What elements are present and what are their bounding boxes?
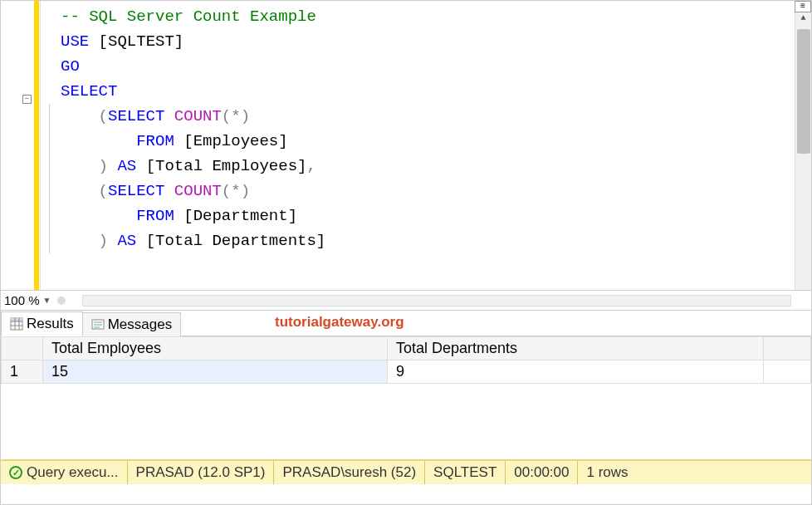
fold-toggle-icon[interactable]: − <box>22 95 32 104</box>
code-comment: -- SQL Server Count Example <box>61 7 316 26</box>
horizontal-scrollbar[interactable] <box>82 295 791 306</box>
corner-cell[interactable] <box>2 337 43 360</box>
zoom-dropdown[interactable]: 100 % ▼ <box>4 293 51 307</box>
split-handle-icon[interactable]: ≡ <box>795 1 811 12</box>
cell-value[interactable]: 15 <box>43 360 388 384</box>
column-header-empty <box>764 337 811 360</box>
zoom-bar: 100 % ▼ <box>1 290 811 310</box>
status-server: PRASAD (12.0 SP1) <box>128 461 275 484</box>
status-bar: ✓ Query execu... PRASAD (12.0 SP1) PRASA… <box>1 459 811 484</box>
tab-results[interactable]: Results <box>1 311 83 336</box>
results-table: Total Employees Total Departments 1 15 9 <box>1 336 811 384</box>
messages-icon <box>91 318 105 331</box>
scroll-thumb[interactable] <box>797 29 810 154</box>
results-grid-icon <box>10 317 23 331</box>
change-marker <box>34 1 39 290</box>
row-number[interactable]: 1 <box>2 360 43 384</box>
chevron-down-icon: ▼ <box>43 296 51 305</box>
table-row[interactable]: 1 15 9 <box>2 360 811 384</box>
column-header[interactable]: Total Employees <box>43 337 388 360</box>
tab-messages[interactable]: Messages <box>82 312 181 336</box>
status-user: PRASAD\suresh (52) <box>274 461 425 484</box>
results-grid[interactable]: Total Employees Total Departments 1 15 9 <box>1 336 811 459</box>
zoom-value: 100 % <box>4 293 40 307</box>
results-tabs: Results Messages tutorialgateway.org <box>1 310 811 336</box>
status-exec-text: Query execu... <box>27 464 119 481</box>
status-time: 00:00:00 <box>506 461 578 484</box>
scroll-up-icon[interactable]: ▲ <box>795 13 811 22</box>
status-database: SQLTEST <box>425 461 506 484</box>
watermark-text: tutorialgateway.org <box>275 314 404 331</box>
cell-value[interactable]: 9 <box>388 360 764 384</box>
column-header[interactable]: Total Departments <box>388 337 764 360</box>
status-execution: ✓ Query execu... <box>1 461 128 484</box>
vertical-scrollbar[interactable]: ≡ ▲ <box>795 1 811 290</box>
tab-results-label: Results <box>27 316 74 332</box>
cell-empty <box>764 360 811 384</box>
table-header-row: Total Employees Total Departments <box>2 337 811 360</box>
code-content[interactable]: -- SQL Server Count Example USE [SQLTEST… <box>41 1 795 290</box>
sql-editor[interactable]: − -- SQL Server Count Example USE [SQLTE… <box>1 1 811 290</box>
editor-gutter: − <box>1 1 41 290</box>
status-rows: 1 rows <box>578 461 636 484</box>
svg-rect-1 <box>11 318 22 321</box>
tab-messages-label: Messages <box>108 316 172 333</box>
success-icon: ✓ <box>9 466 22 479</box>
splitter-handle[interactable] <box>57 297 66 305</box>
